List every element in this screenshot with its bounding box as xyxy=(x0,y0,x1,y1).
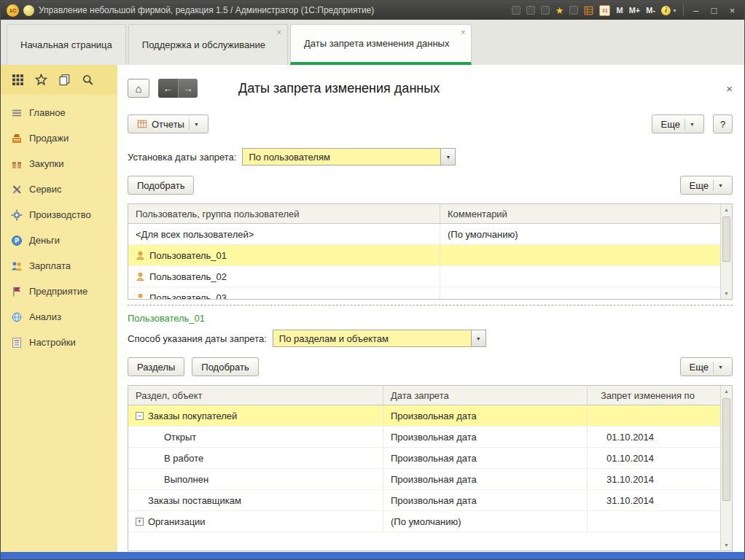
users-column-header-comment[interactable]: Комментарий xyxy=(440,204,720,223)
sidebar-item-label: Анализ xyxy=(29,311,61,322)
apps-grid-icon[interactable] xyxy=(12,74,24,86)
more-button-top[interactable]: Еще ▼ xyxy=(652,114,704,133)
sections-table-body: −Заказы покупателейПроизвольная датаОткр… xyxy=(128,405,732,532)
maximize-button[interactable]: □ xyxy=(708,6,720,15)
sidebar-item-purchases[interactable]: Закупки xyxy=(1,151,117,176)
scroll-down-icon[interactable]: ▼ xyxy=(721,288,732,299)
users-table: Пользователь, группа пользователей Комме… xyxy=(128,203,733,300)
sections-column-header-until[interactable]: Запрет изменения по xyxy=(588,386,720,405)
sidebar-item-money[interactable]: РДеньги xyxy=(1,228,117,253)
sidebar-toolbar xyxy=(1,65,117,94)
section-row-5[interactable]: +Организации(По умолчанию) xyxy=(128,511,732,532)
history-icon[interactable] xyxy=(569,6,578,15)
tab-start-page[interactable]: Начальная страница xyxy=(7,24,126,65)
copy-icon[interactable] xyxy=(526,6,535,15)
tab-label: Поддержка и обслуживание xyxy=(142,39,265,50)
favorites-star-icon[interactable] xyxy=(35,74,47,86)
sidebar-item-enterprise[interactable]: Предприятие xyxy=(1,279,117,304)
user-icon xyxy=(136,293,145,300)
purchases-icon xyxy=(10,158,23,170)
sidebar-item-analysis[interactable]: Анализ xyxy=(1,304,117,330)
sidebar-item-production[interactable]: Производство xyxy=(1,202,117,228)
vertical-scrollbar[interactable]: ▲ ▼ xyxy=(720,204,732,299)
salary-icon xyxy=(10,260,23,272)
panel-splitter[interactable] xyxy=(128,305,733,306)
calc-m-plus-button[interactable]: M+ xyxy=(629,6,641,15)
scroll-track[interactable] xyxy=(721,215,732,288)
search-icon[interactable] xyxy=(82,74,94,86)
favorites-star-icon[interactable]: ★ xyxy=(555,6,564,15)
home-button[interactable]: ⌂ xyxy=(128,79,149,98)
help-button[interactable]: ? xyxy=(713,114,733,133)
restriction-mode-combobox[interactable]: По пользователям ▼ xyxy=(242,148,456,166)
date-cell: 31.10.2014 xyxy=(588,490,720,510)
show-table-icon[interactable] xyxy=(584,6,593,15)
link-icon[interactable] xyxy=(541,6,550,15)
calendar-icon[interactable]: 31 xyxy=(599,5,610,16)
reports-button-label: Отчеты xyxy=(152,119,184,130)
scroll-down-icon[interactable]: ▼ xyxy=(721,540,732,551)
scroll-up-icon[interactable]: ▲ xyxy=(721,386,732,397)
sidebar-item-salary[interactable]: Зарплата xyxy=(1,253,117,279)
collapse-icon[interactable]: − xyxy=(136,412,144,420)
user-row-1[interactable]: Пользователь_01 xyxy=(128,245,732,266)
back-button[interactable]: ← xyxy=(158,79,178,98)
user-row-0[interactable]: <Для всех пользователей>(По умолчанию) xyxy=(128,224,732,245)
more-button-users[interactable]: Еще ▼ xyxy=(680,176,733,195)
sections-actions-row: Разделы Подобрать Еще ▼ xyxy=(128,357,733,376)
combobox-dropdown-button[interactable]: ▼ xyxy=(471,330,485,346)
app-menu-icon[interactable] xyxy=(23,5,34,16)
more-button-sections[interactable]: Еще ▼ xyxy=(680,357,733,376)
section-row-2[interactable]: В работеПроизвольная дата01.10.2014 xyxy=(128,448,732,469)
method-combobox[interactable]: По разделам и объектам ▼ xyxy=(273,330,486,347)
calc-m-minus-button[interactable]: M- xyxy=(646,6,655,15)
sections-column-header-object[interactable]: Раздел, объект xyxy=(128,386,383,405)
window-close-button[interactable]: × xyxy=(726,6,738,15)
minimize-button[interactable]: – xyxy=(690,6,702,15)
sidebar-item-label: Закупки xyxy=(29,158,63,169)
section-row-3[interactable]: ВыполненПроизвольная дата31.10.2014 xyxy=(128,469,732,490)
sidebar-item-service[interactable]: Сервис xyxy=(1,176,117,202)
section-row-1[interactable]: ОткрытПроизвольная дата01.10.2014 xyxy=(128,427,732,448)
reports-button[interactable]: Отчеты ▼ xyxy=(128,114,208,133)
sidebar-item-settings[interactable]: Настройки xyxy=(1,330,117,355)
users-table-body: <Для всех пользователей>(По умолчанию)По… xyxy=(128,224,732,300)
combobox-value: По пользователям xyxy=(243,152,440,163)
users-actions-row: Подобрать Еще ▼ xyxy=(128,176,733,195)
tab-restriction-dates[interactable]: Даты запрета изменения данных× xyxy=(290,24,472,65)
section-cell: В работе xyxy=(128,448,383,468)
period-cell: Произвольная дата xyxy=(383,427,588,447)
section-row-0[interactable]: −Заказы покупателейПроизвольная дата xyxy=(128,405,732,427)
calc-m-button[interactable]: M xyxy=(616,6,623,15)
titlebar-separator xyxy=(683,5,684,16)
user-icon xyxy=(136,272,145,281)
forward-button[interactable]: → xyxy=(178,79,198,98)
user-row-2[interactable]: Пользователь_02 xyxy=(128,266,732,287)
form-close-icon[interactable]: × xyxy=(726,82,733,95)
sections-column-header-date[interactable]: Дата запрета xyxy=(383,386,588,405)
sidebar-item-main[interactable]: Главное xyxy=(1,100,117,125)
users-column-header-user[interactable]: Пользователь, группа пользователей xyxy=(128,204,440,223)
user-cell: Пользователь_01 xyxy=(128,245,440,265)
tab-support-maintenance[interactable]: Поддержка и обслуживание× xyxy=(128,24,288,65)
history-icon[interactable] xyxy=(58,74,71,86)
user-row-3[interactable]: Пользователь_03 xyxy=(128,287,732,300)
section-cell: Выполнен xyxy=(128,469,383,489)
sidebar-item-sales[interactable]: Продажи xyxy=(1,125,117,151)
sections-button[interactable]: Разделы xyxy=(128,357,184,376)
scroll-thumb[interactable] xyxy=(722,217,730,262)
scroll-up-icon[interactable]: ▲ xyxy=(721,204,732,215)
scroll-thumb[interactable] xyxy=(722,398,730,501)
vertical-scrollbar[interactable]: ▲ ▼ xyxy=(720,386,732,551)
tab-close-icon[interactable]: × xyxy=(461,28,465,36)
window-list-icon[interactable] xyxy=(512,6,520,15)
pick-users-button[interactable]: Подобрать xyxy=(128,176,194,195)
info-button[interactable]: i▼ xyxy=(661,6,677,15)
tab-close-icon[interactable]: × xyxy=(277,28,281,36)
section-row-4[interactable]: Заказы поставщикамПроизвольная дата31.10… xyxy=(128,490,732,511)
expand-icon[interactable]: + xyxy=(136,518,144,526)
scroll-track[interactable] xyxy=(721,397,732,540)
combobox-dropdown-button[interactable]: ▼ xyxy=(440,149,455,165)
comment-cell xyxy=(440,245,720,265)
pick-sections-button[interactable]: Подобрать xyxy=(192,357,258,376)
